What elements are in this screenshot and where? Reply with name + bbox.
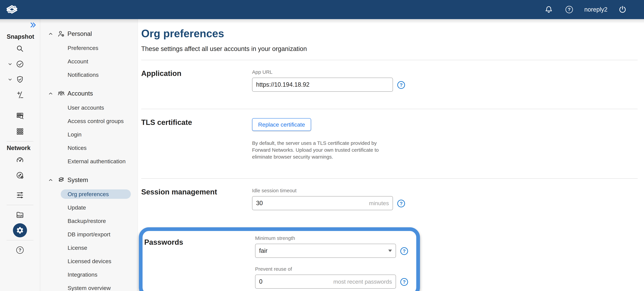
sidebar-item-licensed-devices[interactable]: Licensed devices [40, 255, 138, 268]
minimum-strength-value: fair [259, 247, 268, 254]
nav-header-label: Accounts [68, 90, 93, 97]
help-icon[interactable]: ? [564, 4, 574, 15]
idle-timeout-value: 30 [256, 200, 263, 207]
rail-divider [6, 240, 33, 240]
question-glyph: ? [566, 6, 573, 13]
chevron-up-icon [47, 177, 54, 183]
app-url-input[interactable]: https://10.194.18.92 [252, 78, 393, 92]
device-query-icon[interactable] [0, 108, 40, 124]
page-subtitle: These settings affect all user accounts … [141, 45, 644, 52]
app-url-label: App URL [252, 69, 393, 75]
tls-description: By default, the server uses a TLS certif… [252, 140, 393, 160]
dropdown-caret-icon [388, 250, 392, 252]
idle-timeout-input[interactable]: 30 minutes [252, 196, 393, 210]
username[interactable]: noreply2 [584, 6, 608, 13]
page-header: Org preferences These settings affect al… [141, 19, 644, 60]
people-icon [57, 90, 65, 97]
tls-heading: TLS certificate [141, 118, 252, 127]
chevron-up-icon [47, 90, 54, 97]
minimum-strength-select[interactable]: fair [255, 244, 396, 258]
prevent-reuse-suffix: most recent passwords [333, 279, 392, 285]
search-icon[interactable] [0, 41, 40, 56]
apps-grid-icon[interactable] [0, 124, 40, 139]
prevent-reuse-label: Prevent reuse of [255, 266, 396, 272]
sidebar-item-access-control-groups[interactable]: Access control groups [40, 114, 138, 128]
chevron-down-icon [7, 61, 13, 67]
app-url-help-icon[interactable]: ? [397, 81, 405, 89]
highlight-ring: Passwords Minimum strength fair ? Preven… [139, 227, 420, 291]
session-management-section: Session management Idle session timeout … [141, 179, 644, 225]
chevron-up-icon [47, 30, 54, 37]
sidebar-item-notifications[interactable]: Notifications [40, 68, 138, 81]
question-glyph: ? [16, 246, 24, 254]
nav-section-personal: Personal Preferences Account Notificatio… [40, 26, 138, 81]
idle-timeout-label: Idle session timeout [252, 188, 393, 193]
tls-certificate-section: TLS certificate Replace certificate By d… [141, 109, 644, 171]
snapshot-label: Snapshot [7, 33, 34, 40]
notifications-bell-icon[interactable] [544, 4, 554, 15]
sidebar-item-integrations[interactable]: Integrations [40, 268, 138, 281]
prevent-reuse-value: 0 [259, 278, 262, 285]
application-section: Application App URL https://10.194.18.92… [141, 60, 644, 101]
diff-plus-minus-icon[interactable] [0, 87, 40, 103]
sidebar-item-account[interactable]: Account [40, 55, 138, 68]
sidebar-item-db-import-export[interactable]: DB import/export [40, 228, 138, 241]
replace-certificate-button[interactable]: Replace certificate [252, 118, 311, 131]
nav-header-personal[interactable]: Personal [40, 26, 138, 41]
sidebar-item-org-preferences[interactable]: Org preferences [61, 189, 131, 199]
nav-header-label: System [68, 177, 88, 184]
logout-power-icon[interactable] [617, 4, 628, 15]
forward-networks-logo-icon[interactable] [5, 4, 19, 15]
passwords-section: Passwords Minimum strength fair ? [144, 235, 416, 258]
sidebar-item-user-accounts[interactable]: User accounts [40, 101, 138, 114]
help-circle-icon[interactable]: ? [0, 242, 40, 258]
minimum-strength-help-icon[interactable]: ? [400, 247, 408, 255]
expand-sidebar-icon[interactable] [30, 21, 37, 29]
prevent-reuse-help-icon[interactable]: ? [400, 278, 408, 286]
minimum-strength-label: Minimum strength [255, 235, 396, 241]
settings-sidenav: Personal Preferences Account Notificatio… [40, 19, 138, 291]
application-heading: Application [141, 69, 252, 78]
settings-gear-icon-active[interactable] [0, 223, 40, 238]
nav-header-label: Personal [68, 30, 92, 37]
sidebar-item-login[interactable]: Login [40, 128, 138, 141]
prevent-reuse-input[interactable]: 0 most recent passwords [255, 275, 396, 289]
idle-timeout-suffix: minutes [369, 200, 389, 207]
sidebar-item-external-authentication[interactable]: External authentication [40, 155, 138, 168]
checks-icon[interactable] [0, 56, 40, 72]
sidebar-item-preferences[interactable]: Preferences [40, 41, 138, 55]
page-title: Org preferences [141, 27, 644, 39]
session-heading: Session management [141, 188, 252, 196]
app-url-value: https://10.194.18.92 [256, 81, 310, 88]
layers-icon [57, 176, 65, 184]
connectivity-gear-icon[interactable] [0, 168, 40, 183]
nqe-label: NQE [17, 214, 23, 217]
top-navbar: ? noreply2 [0, 0, 644, 19]
person-gear-icon [57, 30, 65, 38]
settings-sliders-icon[interactable] [0, 187, 40, 203]
chevron-down-icon [7, 76, 13, 82]
passwords-reuse-row: Prevent reuse of 0 most recent passwords… [144, 266, 416, 289]
nav-section-system: System Org preferences Update Backup/res… [40, 173, 138, 291]
nav-section-accounts: Accounts User accounts Access control gr… [40, 86, 138, 168]
sidebar-item-backup-restore[interactable]: Backup/restore [40, 214, 138, 228]
nav-header-system[interactable]: System [40, 173, 138, 187]
network-label: Network [7, 144, 30, 152]
sidebar-item-license[interactable]: License [40, 241, 138, 255]
main-panel: Org preferences These settings affect al… [138, 19, 644, 291]
security-shield-icon[interactable] [0, 72, 40, 87]
sidebar-item-update[interactable]: Update [40, 201, 138, 214]
icon-rail: Snapshot [0, 19, 40, 291]
rail-divider [6, 205, 33, 205]
rail-divider [6, 141, 33, 141]
passwords-heading: Passwords [144, 235, 255, 246]
content-area: Snapshot [0, 19, 644, 291]
sidebar-item-notices[interactable]: Notices [40, 141, 138, 155]
idle-timeout-help-icon[interactable]: ? [397, 200, 405, 207]
nav-header-accounts[interactable]: Accounts [40, 86, 138, 101]
performance-gauge-icon[interactable] [0, 152, 40, 168]
sidebar-item-system-overview[interactable]: System overview [40, 281, 138, 291]
nqe-folder-icon[interactable]: NQE [0, 207, 40, 223]
